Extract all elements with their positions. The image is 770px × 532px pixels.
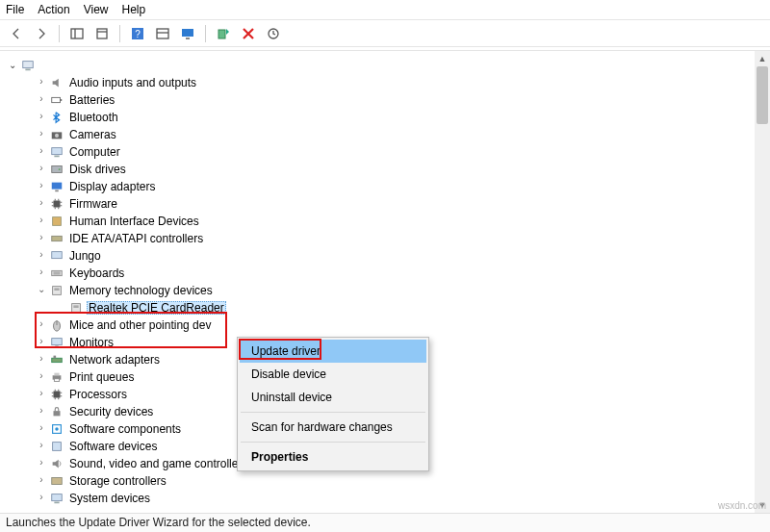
tree-category[interactable]: ⌄Memory technology devices [6,282,770,299]
ctx-separator [241,412,425,413]
tree-category[interactable]: ›Bluetooth [6,109,770,126]
category-label: Computer [67,145,122,159]
svg-rect-19 [54,156,59,158]
menu-help[interactable]: Help [122,3,146,16]
svg-rect-42 [54,373,59,376]
tree-category[interactable]: ›Computer [6,143,770,161]
chevron-down-icon[interactable]: ⌄ [6,61,19,70]
chevron-right-icon[interactable]: › [35,129,48,139]
scan-hardware-icon[interactable] [263,23,284,44]
chevron-right-icon[interactable]: › [35,250,48,260]
category-label: Firmware [67,197,119,211]
tree-device-selected[interactable]: Realtek PCIE CardReader [6,299,770,317]
menu-file[interactable]: File [6,3,24,16]
category-icon [49,421,64,437]
back-button[interactable] [6,23,27,44]
chevron-right-icon[interactable]: › [35,441,48,450]
category-label: Mice and other pointing dev [67,318,213,332]
category-label: Human Interface Devices [67,215,201,228]
panel-icon[interactable] [152,23,173,44]
category-icon [49,387,64,402]
tree-category[interactable]: ›Batteries [6,91,770,109]
svg-rect-2 [97,29,107,38]
chevron-right-icon[interactable]: › [35,354,48,364]
tree-category[interactable]: ›Mice and other pointing dev [6,317,770,334]
tree-category[interactable]: ›Firmware [6,195,770,213]
svg-point-47 [55,427,59,431]
svg-rect-40 [54,356,57,359]
watermark: wsxdn.com [718,500,766,511]
status-text: Launches the Update Driver Wizard for th… [6,516,311,529]
tree-category[interactable]: ›Keyboards [6,265,770,282]
tree-category[interactable]: ›Audio inputs and outputs [6,74,770,91]
root-node[interactable]: ⌄ [6,57,770,74]
svg-rect-14 [52,97,61,102]
ctx-uninstall-device[interactable]: Uninstall device [240,386,426,409]
ctx-disable-device[interactable]: Disable device [240,363,426,386]
category-icon [49,196,64,212]
tree-category[interactable]: ›Jungo [6,247,770,265]
svg-rect-44 [54,392,61,398]
uninstall-icon[interactable] [238,23,259,44]
chevron-right-icon[interactable]: › [35,458,48,468]
category-icon [49,75,64,90]
chevron-right-icon[interactable]: › [35,146,48,156]
help-icon[interactable]: ? [127,23,148,44]
svg-rect-6 [157,29,168,38]
chevron-right-icon[interactable]: › [35,406,48,416]
status-bar: Launches the Update Driver Wizard for th… [0,513,770,532]
chevron-right-icon[interactable]: › [35,181,48,190]
scrollbar-thumb[interactable] [757,66,768,124]
update-driver-icon[interactable] [213,23,234,44]
category-label: Cameras [67,128,118,141]
chevron-right-icon[interactable]: › [35,233,48,242]
category-label: Display adapters [67,180,157,193]
toolbar: ? [0,20,770,47]
ctx-scan-hardware[interactable]: Scan for hardware changes [240,416,426,439]
chevron-right-icon[interactable]: › [35,267,48,277]
computer-icon [20,58,36,73]
chevron-right-icon[interactable]: › [35,215,48,225]
tree-category[interactable]: ›Cameras [6,126,770,143]
scroll-up-icon[interactable]: ▲ [755,51,770,66]
ctx-properties[interactable]: Properties [240,445,426,469]
show-hide-tree-icon[interactable] [66,23,88,44]
properties-icon[interactable] [91,23,113,44]
ctx-update-driver[interactable]: Update driver [240,340,426,363]
forward-button[interactable] [31,23,52,44]
category-icon [49,179,64,194]
tree-category[interactable]: ›Display adapters [6,178,770,195]
tree-category[interactable]: ›Storage controllers [6,472,770,490]
chevron-down-icon[interactable]: ⌄ [35,285,48,294]
tree-category[interactable]: ›System devices [6,490,770,507]
chevron-right-icon[interactable]: › [35,493,48,502]
monitor-icon[interactable] [177,23,198,44]
menu-view[interactable]: View [84,3,109,16]
device-label: Realtek PCIE CardReader [87,301,226,315]
vertical-scrollbar[interactable]: ▲ ▼ [755,51,770,513]
chevron-right-icon[interactable]: › [35,389,48,398]
category-icon [49,317,64,333]
chevron-right-icon[interactable]: › [35,94,48,104]
chevron-right-icon[interactable]: › [35,337,48,346]
chevron-right-icon[interactable]: › [35,319,48,329]
chevron-right-icon[interactable]: › [35,423,48,433]
category-icon [49,473,64,489]
category-label: Storage controllers [67,474,168,488]
chevron-right-icon[interactable]: › [35,475,48,485]
category-label: Disk drives [67,163,128,176]
chevron-right-icon[interactable]: › [35,198,48,208]
tree-category[interactable]: ›Human Interface Devices [6,213,770,230]
svg-rect-45 [54,411,61,416]
tree-category[interactable]: ›IDE ATA/ATAPI controllers [6,230,770,247]
menu-action[interactable]: Action [38,3,69,16]
chevron-right-icon[interactable]: › [35,371,48,381]
chevron-right-icon[interactable]: › [35,77,48,87]
chevron-right-icon[interactable]: › [35,112,48,121]
category-icon [49,335,64,350]
category-label: Batteries [67,93,116,107]
chevron-right-icon[interactable]: › [35,164,48,173]
category-icon [49,404,64,419]
svg-point-17 [55,134,59,138]
tree-category[interactable]: ›Disk drives [6,161,770,178]
